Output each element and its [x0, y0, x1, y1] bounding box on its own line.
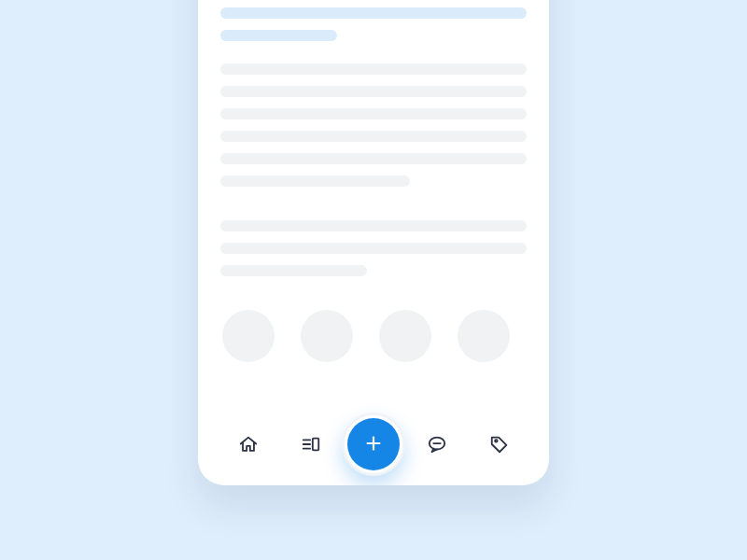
skeleton-line: [220, 175, 410, 187]
plus-icon: [363, 433, 384, 456]
tag-icon: [489, 434, 510, 455]
svg-point-8: [495, 440, 498, 442]
skeleton-paragraph: [220, 220, 527, 276]
nav-add-fab[interactable]: [347, 418, 400, 470]
nav-tags[interactable]: [479, 424, 520, 465]
app-frame: [198, 0, 549, 485]
nav-comments[interactable]: [416, 424, 458, 465]
skeleton-line: [220, 131, 527, 142]
nav-list[interactable]: [290, 424, 331, 465]
home-icon: [238, 434, 259, 455]
skeleton-line: [220, 243, 527, 254]
svg-rect-3: [312, 439, 317, 451]
list-icon: [301, 434, 321, 455]
skeleton-line: [220, 86, 527, 97]
skeleton-title: [220, 7, 527, 41]
skeleton-line: [220, 108, 527, 119]
skeleton-line: [220, 30, 337, 41]
chat-icon: [427, 434, 447, 455]
skeleton-avatar: [222, 310, 275, 362]
skeleton-line: [220, 153, 527, 164]
skeleton-avatar: [379, 310, 431, 362]
content-skeleton: [198, 0, 549, 413]
fab-container: [342, 413, 405, 476]
skeleton-line: [220, 63, 527, 75]
skeleton-avatars-row: [220, 299, 527, 362]
skeleton-avatar: [301, 310, 353, 362]
skeleton-line: [220, 220, 527, 231]
skeleton-line: [220, 7, 527, 19]
bottom-nav: [198, 413, 549, 485]
nav-home[interactable]: [228, 424, 269, 465]
skeleton-line: [220, 265, 367, 276]
skeleton-avatar: [458, 310, 510, 362]
skeleton-paragraph: [220, 63, 527, 187]
